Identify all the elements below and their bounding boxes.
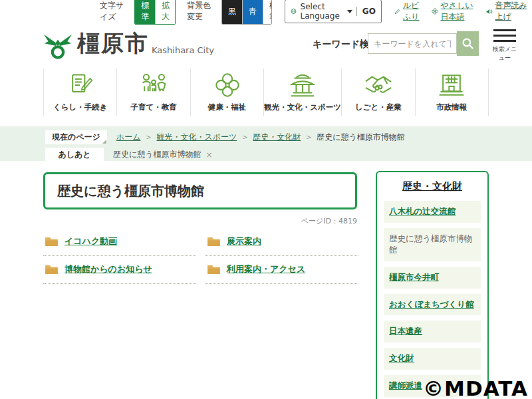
main-navigation: くらし・手続き 子育て・教育 健康・福祉 観光・文化・スポーツ しごと・産業 xyxy=(43,68,489,116)
family-icon xyxy=(139,70,168,100)
close-icon[interactable]: × xyxy=(206,150,213,160)
footprint-row: あしあと 歴史に憩う橿原市博物館 × xyxy=(45,148,532,162)
nav-item-kosodate[interactable]: 子育て・教育 xyxy=(116,68,190,116)
read-aloud-link[interactable]: 音声読み上げ xyxy=(486,0,529,23)
search-button[interactable] xyxy=(457,31,479,56)
bg-blue-button[interactable]: 青 xyxy=(242,0,263,24)
link-museum-news[interactable]: 博物館からのお知らせ xyxy=(43,256,196,284)
temple-icon xyxy=(287,70,318,100)
font-size-standard-button[interactable]: 標準 xyxy=(135,0,155,24)
breadcrumb-separator: ＞ xyxy=(144,132,152,143)
nav-item-kurashi[interactable]: くらし・手続き xyxy=(43,68,116,116)
nav-item-shigoto[interactable]: しごと・産業 xyxy=(341,68,414,116)
breadcrumb-strip: 現在のページ ホーム ＞ 観光・文化・スポーツ ＞ 歴史・文化財 ＞ 歴史に憩う… xyxy=(0,126,532,161)
breadcrumb-rekishi[interactable]: 歴史・文化財 xyxy=(253,132,301,143)
kashihara-city-page: 文字サイズ 標準 拡大 背景色変更 黒 青 標準 Select Language… xyxy=(0,0,532,399)
site-title-en: Kashihara City xyxy=(152,45,214,55)
breadcrumb-kanko[interactable]: 観光・文化・スポーツ xyxy=(156,132,237,143)
sidebar-item-okubo[interactable]: おおくぼまちづくり館 xyxy=(384,294,481,316)
clover-icon xyxy=(213,70,241,100)
font-size-toggle: 標準 拡大 xyxy=(134,0,176,25)
bg-black-button[interactable]: 黒 xyxy=(222,0,242,24)
folder-icon xyxy=(207,264,221,275)
language-select-value: Select Language xyxy=(301,2,343,21)
sidebar-item-nihon-isan[interactable]: 日本遺産 xyxy=(384,321,481,342)
chevron-down-icon xyxy=(347,10,352,13)
footprint-label: あしあと xyxy=(45,148,104,162)
sidebar-item-bunkazai[interactable]: 文化財 xyxy=(384,348,481,370)
speaker-icon xyxy=(486,7,493,16)
sidebar-item-imaicho[interactable]: 橿原市今井町 xyxy=(384,267,481,289)
language-selector[interactable]: Select Language GO xyxy=(285,0,382,23)
easy-japanese-link[interactable]: やさしい日本語 xyxy=(432,0,480,23)
link-usage-access[interactable]: 利用案内・アクセス xyxy=(205,256,358,284)
handshake-icon xyxy=(363,70,394,100)
city-building-icon xyxy=(437,70,466,100)
language-go-button[interactable]: GO xyxy=(356,7,376,16)
nav-item-kenko[interactable]: 健康・福祉 xyxy=(190,68,263,116)
site-title[interactable]: 橿原市 xyxy=(77,29,149,59)
search-input[interactable] xyxy=(368,33,457,54)
accessibility-toolbar: 文字サイズ 標準 拡大 背景色変更 黒 青 標準 Select Language… xyxy=(100,3,529,19)
nav-item-kanko[interactable]: 観光・文化・スポーツ xyxy=(263,68,341,116)
bg-standard-button[interactable]: 標準 xyxy=(263,0,272,24)
logo-bird-icon xyxy=(43,29,73,61)
breadcrumb-home[interactable]: ホーム xyxy=(116,132,141,143)
link-exhibition-guide[interactable]: 展示案内 xyxy=(205,228,358,256)
font-size-label: 文字サイズ xyxy=(100,0,128,23)
content-links: イコハク動画 展示案内 博物館からのお知らせ 利用案内・アクセス xyxy=(43,228,358,284)
kashihara-city-logo[interactable] xyxy=(43,29,73,64)
search-menu-label: 検索メニュー xyxy=(491,45,519,63)
document-pencil-icon xyxy=(67,70,94,100)
folder-icon xyxy=(45,264,59,275)
page-title-box: 歴史に憩う橿原市博物館 xyxy=(43,172,357,209)
sidebar-item-yagi[interactable]: 八木札の辻交流館 xyxy=(384,201,481,223)
footprint-item[interactable]: 歴史に憩う橿原市博物館 xyxy=(113,149,201,160)
globe-icon xyxy=(291,7,297,16)
sidebar-item-museum-current: 歴史に憩う橿原市博物館 xyxy=(384,228,481,261)
nav-item-shisei[interactable]: 市政情報 xyxy=(415,68,489,116)
sidebar-history-culture: 歴史・文化財 八木札の辻交流館 歴史に憩う橿原市博物館 橿原市今井町 おおくぼま… xyxy=(376,171,489,399)
mdata-watermark: ©MDATA xyxy=(423,376,528,399)
folder-icon xyxy=(207,236,221,247)
sidebar-title: 歴史・文化財 xyxy=(384,180,481,193)
page-id: ページID：4819 xyxy=(43,216,357,226)
current-page-label: 現在のページ xyxy=(45,130,107,144)
font-size-large-button[interactable]: 拡大 xyxy=(155,0,176,24)
pencil-icon xyxy=(394,7,400,16)
page-title: 歴史に憩う橿原市博物館 xyxy=(57,182,204,200)
search-menu-button[interactable]: 検索メニュー xyxy=(491,29,519,63)
flower-icon xyxy=(432,7,438,16)
bg-color-label: 背景色変更 xyxy=(187,0,215,23)
breadcrumb: 現在のページ ホーム ＞ 観光・文化・スポーツ ＞ 歴史・文化財 ＞ 歴史に憩う… xyxy=(45,130,532,144)
folder-icon xyxy=(45,236,59,247)
hamburger-icon xyxy=(493,29,516,31)
bg-color-toggle: 黒 青 標準 xyxy=(221,0,272,25)
ruby-link[interactable]: ルビふり xyxy=(394,0,426,23)
search-icon xyxy=(462,37,474,50)
link-ikohaku-video[interactable]: イコハク動画 xyxy=(43,228,196,256)
breadcrumb-current: 歴史に憩う橿原市博物館 xyxy=(317,132,405,143)
